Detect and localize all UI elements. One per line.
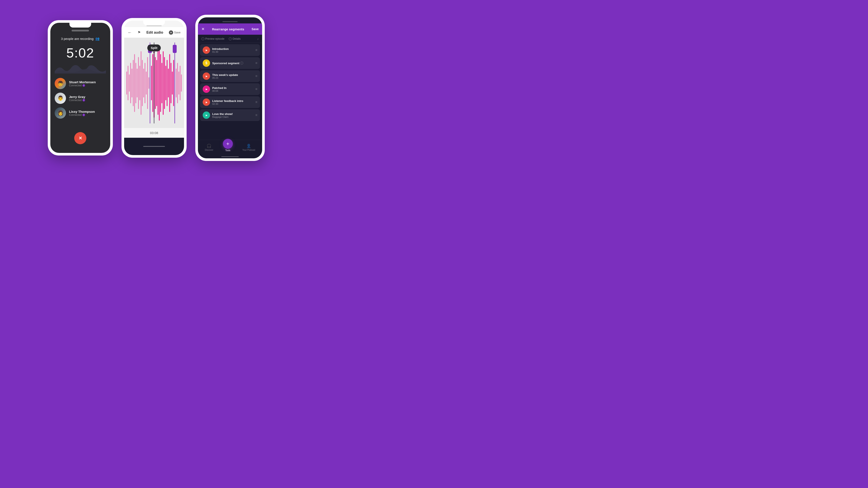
- segment-info-patched-in: Patched In 00:04: [212, 86, 253, 92]
- flag-button[interactable]: ⚑: [137, 30, 141, 34]
- drag-handle-patched-in[interactable]: ≡: [255, 87, 257, 91]
- participant-name-jerry: Jerry Gray: [69, 95, 85, 99]
- svg-rect-20: [151, 65, 152, 100]
- preview-tab-icon: ○: [202, 37, 205, 40]
- split-tooltip[interactable]: Split: [147, 44, 161, 52]
- play-button-listener-feedback[interactable]: [203, 98, 210, 106]
- back-button[interactable]: ←: [128, 30, 132, 35]
- segment-info-love-the-show: Love the show! Baggage Claim: [212, 112, 253, 118]
- svg-rect-18: [150, 42, 150, 124]
- edit-audio-title: Edit audio: [147, 31, 163, 34]
- play-button-weekly-update[interactable]: [203, 72, 210, 80]
- segment-title-love-the-show: Love the show!: [212, 112, 253, 116]
- svg-rect-31: [165, 65, 166, 100]
- participant-info-lissy: Lissy Thompson Connected ✓: [69, 110, 95, 117]
- save-circle-icon: [169, 30, 173, 35]
- avatar-jerry: 👨: [55, 93, 66, 104]
- svg-rect-30: [164, 57, 165, 109]
- drag-handle-listener-feedback[interactable]: ≡: [255, 100, 257, 104]
- svg-rect-14: [145, 63, 145, 103]
- rearrange-close-button[interactable]: ✕: [202, 27, 205, 31]
- waveform-decoration: [55, 63, 106, 73]
- segment-info-sponsored: Sponsored segment i: [212, 62, 253, 65]
- dollar-icon-sponsored: $: [203, 59, 210, 67]
- status-dot-lissy: ✓: [83, 113, 85, 116]
- info-dot-sponsored[interactable]: i: [240, 62, 243, 65]
- svg-rect-38: [154, 42, 154, 124]
- status-pill-3: [198, 21, 262, 22]
- svg-rect-0: [126, 71, 127, 95]
- rearrange-header: ✕ Rearrange segments Save: [198, 24, 262, 35]
- nav-your-podcast[interactable]: 👤 Your Podcast: [242, 143, 255, 151]
- stop-recording-button[interactable]: [74, 132, 86, 144]
- svg-rect-6: [134, 54, 135, 112]
- svg-rect-26: [159, 45, 160, 121]
- play-button-introduction[interactable]: [203, 46, 210, 54]
- home-bar-3: [221, 156, 239, 157]
- participant-jerry: 👨 Jerry Gray Connected ✓: [55, 93, 106, 104]
- status-dot-jerry: ✓: [83, 99, 85, 101]
- segment-listener-feedback: Listener feedback intro 02:30 ≡: [200, 96, 260, 108]
- phone3-screen: ✕ Rearrange segments Save ○ Preview epis…: [198, 18, 262, 158]
- segment-title-listener-feedback: Listener feedback intro: [212, 99, 253, 103]
- nav-discover[interactable]: 🎧 Discover: [205, 143, 213, 151]
- bottom-navigation: 🎧 Discover Tools 👤 Your Podcast: [198, 140, 262, 155]
- svg-rect-23: [155, 57, 156, 109]
- participant-info-stuart: Stuart Mortensen Connected ✓: [69, 80, 96, 87]
- svg-rect-5: [133, 60, 134, 106]
- phone2-screen: ← ⚑ Edit audio Save Split: [124, 21, 184, 155]
- segment-time-listener-feedback: 02:30: [212, 103, 253, 105]
- rearrange-title: Rearrange segments: [212, 27, 244, 31]
- phone2-notch: [143, 21, 165, 25]
- recording-title: 3 people are recording: [61, 37, 94, 40]
- phone-rearrange: ✕ Rearrange segments Save ○ Preview epis…: [195, 15, 265, 161]
- people-icon: 👥: [95, 37, 100, 41]
- participant-lissy: 👩 Lissy Thompson Connected ✓: [55, 107, 106, 119]
- svg-rect-3: [130, 63, 131, 103]
- segment-info-listener-feedback: Listener feedback intro 02:30: [212, 99, 253, 105]
- segment-time-introduction: 01:30: [212, 51, 253, 53]
- rearrange-save-button[interactable]: Save: [251, 27, 259, 31]
- participant-info-jerry: Jerry Gray Connected ✓: [69, 95, 85, 102]
- segment-time-patched-in: 00:04: [212, 90, 253, 92]
- svg-rect-24: [156, 60, 157, 106]
- participant-name-stuart: Stuart Mortensen: [69, 80, 96, 84]
- segment-title-patched-in: Patched In: [212, 86, 253, 90]
- svg-rect-21: [152, 54, 153, 112]
- add-segment-fab[interactable]: [223, 139, 233, 149]
- segment-introduction: Introduction 01:30 ≡: [200, 44, 260, 56]
- svg-rect-4: [131, 69, 132, 97]
- svg-rect-28: [161, 63, 162, 103]
- participant-status-stuart: Connected ✓: [69, 84, 96, 87]
- drag-handle-sponsored[interactable]: ≡: [255, 61, 257, 65]
- svg-rect-45: [181, 74, 182, 92]
- segment-info-weekly-update: This week's update 05:23: [212, 73, 253, 79]
- tab-preview-episode[interactable]: ○ Preview episode: [202, 37, 224, 40]
- svg-rect-13: [143, 69, 144, 97]
- status-dot-stuart: ✓: [83, 84, 85, 87]
- participant-status-jerry: Connected ✓: [69, 99, 85, 102]
- segment-subtitle-love-the-show: Baggage Claim: [212, 116, 253, 118]
- tab-details[interactable]: ○ Details: [229, 37, 241, 40]
- avatar-lissy: 👩: [55, 107, 66, 119]
- play-button-love-the-show[interactable]: [203, 111, 210, 119]
- recording-header: 3 people are recording 👥: [61, 37, 100, 41]
- segment-title-introduction: Introduction: [212, 47, 253, 51]
- drag-handle-love-the-show[interactable]: ≡: [255, 113, 257, 117]
- svg-rect-39: [175, 42, 175, 124]
- play-button-patched-in[interactable]: [203, 86, 210, 93]
- status-pill: [72, 30, 89, 31]
- drag-handle-weekly-update[interactable]: ≡: [255, 74, 257, 78]
- svg-rect-17: [148, 77, 149, 89]
- segment-list: Introduction 01:30 ≡ $ Sponsored segment…: [198, 43, 262, 140]
- svg-rect-25: [158, 51, 158, 115]
- status-pill-2: [124, 25, 184, 26]
- svg-rect-35: [170, 63, 172, 103]
- edit-audio-header: ← ⚑ Edit audio Save: [124, 27, 184, 38]
- save-audio-button[interactable]: Save: [169, 30, 181, 35]
- segment-sponsored: $ Sponsored segment i ≡: [200, 57, 260, 69]
- svg-rect-11: [141, 51, 142, 115]
- participant-name-lissy: Lissy Thompson: [69, 110, 95, 113]
- drag-handle-introduction[interactable]: ≡: [255, 48, 257, 52]
- home-indicator: [198, 155, 262, 158]
